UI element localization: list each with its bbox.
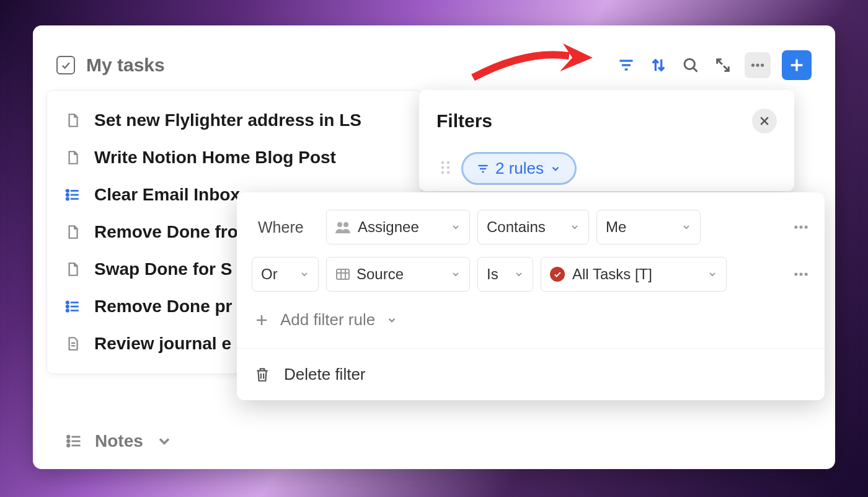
- property-label: Source: [356, 266, 404, 283]
- property-label: Assignee: [358, 218, 419, 236]
- svg-point-7: [761, 63, 764, 66]
- expand-icon[interactable]: [712, 55, 733, 76]
- annotation-arrow: [470, 34, 594, 86]
- rules-pill-label: 2 rules: [495, 159, 544, 178]
- svg-point-6: [756, 63, 759, 66]
- task-label: Clear Email Inbox: [94, 185, 240, 205]
- filters-popover: Filters 2 rules: [419, 90, 794, 191]
- svg-rect-47: [337, 269, 349, 279]
- add-filter-rule-button[interactable]: Add filter rule: [252, 304, 810, 348]
- condition-select[interactable]: Contains: [477, 210, 589, 244]
- svg-point-14: [66, 198, 68, 200]
- svg-point-28: [68, 444, 70, 447]
- where: Where: [252, 215, 319, 240]
- task-label: Write Notion Home Blog Post: [94, 148, 336, 168]
- svg-point-20: [66, 310, 68, 311]
- svg-point-46: [805, 225, 808, 228]
- svg-point-3: [684, 59, 694, 69]
- svg-point-18: [66, 305, 68, 307]
- add-button[interactable]: [782, 50, 812, 80]
- header: My tasks: [56, 50, 812, 80]
- more-button[interactable]: [745, 52, 771, 78]
- drag-handle-icon[interactable]: [440, 159, 451, 178]
- svg-point-38: [447, 171, 450, 173]
- svg-point-44: [794, 225, 797, 228]
- svg-point-33: [441, 161, 444, 163]
- svg-point-5: [751, 63, 755, 66]
- filter-rule-row: Where Assignee Contains Me: [252, 210, 810, 244]
- svg-point-37: [441, 171, 444, 173]
- title-group: My tasks: [56, 55, 165, 76]
- chevron-down-icon: [386, 315, 397, 326]
- value-label: All Tasks [T]: [572, 266, 652, 283]
- condition-select[interactable]: Is: [477, 257, 533, 292]
- task-label: Set new Flylighter address in LS: [94, 110, 361, 130]
- page-title: My tasks: [86, 55, 165, 76]
- svg-point-42: [337, 222, 342, 227]
- svg-point-24: [68, 436, 70, 438]
- search-icon[interactable]: [680, 55, 701, 76]
- add-rule-label: Add filter rule: [280, 310, 375, 329]
- svg-point-26: [68, 440, 70, 442]
- task-row[interactable]: Set new Flylighter address in LS: [47, 102, 421, 139]
- plus-icon: [254, 313, 269, 328]
- condition-label: Is: [487, 266, 498, 283]
- close-button[interactable]: [752, 109, 777, 133]
- delete-filter-button[interactable]: Delete filter: [252, 349, 810, 400]
- svg-point-12: [66, 194, 68, 195]
- svg-point-10: [66, 190, 68, 192]
- filters-title: Filters: [436, 110, 492, 132]
- task-row[interactable]: Write Notion Home Blog Post: [47, 139, 421, 176]
- task-label: Remove Done pr: [94, 297, 232, 316]
- property-select[interactable]: Source: [326, 257, 470, 292]
- value-select[interactable]: All Tasks [T]: [541, 257, 727, 292]
- chevron-down-icon: [156, 432, 173, 450]
- filter-icon[interactable]: [616, 55, 637, 76]
- svg-point-16: [66, 302, 68, 303]
- filter-rules-panel: Where Assignee Contains Me Or: [237, 192, 825, 400]
- svg-point-35: [441, 166, 444, 168]
- property-select[interactable]: Assignee: [326, 210, 470, 244]
- svg-point-36: [447, 166, 450, 168]
- svg-point-45: [799, 225, 802, 228]
- connector-label: Or: [261, 266, 278, 283]
- task-label: Review journal e: [94, 334, 231, 354]
- filter-rule-row: Or Source Is All Tasks [T]: [252, 257, 810, 292]
- task-label: Remove Done fro: [94, 222, 238, 242]
- svg-point-43: [343, 222, 348, 227]
- svg-point-34: [447, 161, 450, 163]
- svg-line-4: [694, 68, 698, 72]
- svg-point-53: [805, 272, 808, 275]
- value-select[interactable]: Me: [596, 210, 701, 244]
- value-label: Me: [606, 218, 626, 236]
- row-more-button[interactable]: [792, 266, 810, 283]
- rules-pill[interactable]: 2 rules: [461, 152, 577, 185]
- row-more-button[interactable]: [792, 218, 810, 236]
- check-circle-icon: [550, 267, 565, 282]
- sort-icon[interactable]: [648, 55, 669, 76]
- delete-filter-label: Delete filter: [284, 365, 366, 384]
- notes-label: Notes: [95, 431, 143, 451]
- svg-point-51: [794, 272, 797, 275]
- trash-icon: [254, 367, 270, 383]
- svg-point-52: [799, 272, 802, 275]
- toolbar: [616, 50, 812, 80]
- condition-label: Contains: [487, 218, 546, 236]
- notes-toggle[interactable]: Notes: [65, 431, 173, 451]
- task-label: Swap Done for S: [94, 259, 232, 279]
- connector-select[interactable]: Or: [252, 257, 319, 292]
- checkbox-icon: [56, 56, 75, 74]
